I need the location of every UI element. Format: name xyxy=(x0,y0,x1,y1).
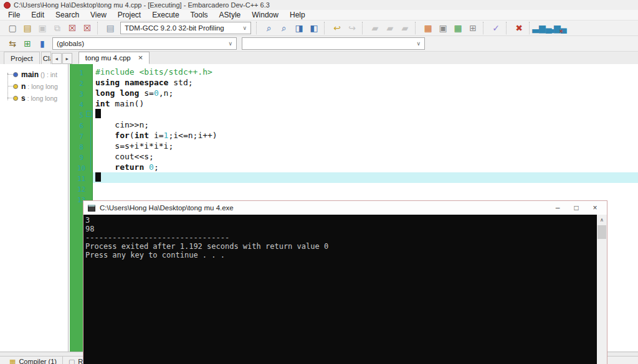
save-button[interactable]: ▣ xyxy=(35,21,50,35)
gutter-cell[interactable]: 11 xyxy=(70,172,93,183)
gutter-cell[interactable]: 12 xyxy=(70,183,93,194)
tab-classes[interactable]: Classes xyxy=(41,52,51,64)
code-line-10[interactable]: 10 return 0; xyxy=(70,162,638,172)
open-file-button[interactable]: ▤ xyxy=(20,21,35,35)
code-line-11[interactable]: 11} xyxy=(70,172,638,183)
console-scrollbar[interactable]: ∧ xyxy=(597,215,607,364)
bottom-tab-compiler-1-[interactable]: ▦Compiler (1) xyxy=(4,357,63,364)
tab-scroll-left-button[interactable]: ◄ xyxy=(52,53,62,64)
delete-profiling-button[interactable]: ▃▆▄✕ xyxy=(550,21,564,35)
fold-collapse-icon[interactable]: - xyxy=(86,111,92,117)
gutter-cell[interactable]: 5- xyxy=(70,109,93,119)
close-all-icon: ☒ xyxy=(83,24,92,32)
close-tab-icon[interactable]: × xyxy=(138,54,143,62)
code-segment: cin>>n; xyxy=(95,120,149,129)
editor-tab-active[interactable]: tong mu 4.cpp × xyxy=(79,52,150,64)
colored-window-button[interactable]: ▦ xyxy=(450,21,465,35)
globals-select[interactable]: (globals)∨ xyxy=(52,37,237,50)
tree-item-s[interactable]: s: long long xyxy=(0,92,68,104)
code-line-1[interactable]: 1#include <bits/stdc++.h> xyxy=(70,67,638,77)
gutter-cell[interactable]: 7 xyxy=(70,130,93,141)
title-bar[interactable]: C:\Users\Hong Ha\Desktop\tong mu 4.cpp -… xyxy=(0,0,638,10)
code-segment: return xyxy=(115,162,144,172)
nav-back-icon: ⇆ xyxy=(9,39,16,48)
toolbar-separator xyxy=(256,22,260,34)
close-file-button[interactable]: ☒ xyxy=(65,21,80,35)
undo-button[interactable]: ↩ xyxy=(330,21,345,35)
panel-window-button[interactable]: ▣ xyxy=(436,21,450,35)
abort-compilation-button[interactable]: ✖ xyxy=(512,21,526,35)
run-button[interactable]: ▰ xyxy=(383,21,398,35)
menu-help[interactable]: Help xyxy=(284,10,311,21)
gutter-cell[interactable]: 6 xyxy=(70,119,93,130)
colored-squares-button[interactable]: ▦ xyxy=(421,21,436,35)
menu-view[interactable]: View xyxy=(85,10,112,21)
compile-button[interactable]: ▰ xyxy=(368,21,383,35)
editor-tab-label: tong mu 4.cpp xyxy=(85,54,131,62)
find-button[interactable]: ⌕ xyxy=(262,21,277,35)
scrollbar-thumb[interactable] xyxy=(598,225,606,239)
code-line-12[interactable]: 12 xyxy=(70,183,638,194)
nav-back-button[interactable]: ⇆ xyxy=(5,37,20,50)
gutter-cell[interactable]: 8 xyxy=(70,141,93,151)
code-line-5[interactable]: 5-{ xyxy=(70,109,638,119)
add-watch-button[interactable]: ⊞ xyxy=(20,37,35,50)
minimize-button[interactable]: – xyxy=(548,202,567,214)
menu-astyle[interactable]: AStyle xyxy=(214,10,247,21)
close-icon: × xyxy=(593,203,597,212)
replace-button[interactable]: ◨ xyxy=(292,21,307,35)
code-line-8[interactable]: 8 s=s+i*i*i*i; xyxy=(70,141,638,151)
maximize-button[interactable]: □ xyxy=(567,202,586,214)
code-text: long long s=0,n; xyxy=(93,88,638,98)
menu-execute[interactable]: Execute xyxy=(146,10,184,21)
menu-project[interactable]: Project xyxy=(112,10,146,21)
find-in-files-button[interactable]: ⌕ xyxy=(277,21,292,35)
goto-line-button[interactable]: ◧ xyxy=(307,21,321,35)
text-cursor: { xyxy=(95,109,101,118)
print-button[interactable]: ▤ xyxy=(103,21,118,35)
code-segment xyxy=(95,162,115,172)
gutter-cell[interactable]: 10 xyxy=(70,162,93,172)
menu-tools[interactable]: Tools xyxy=(185,10,214,21)
gutter-cell[interactable]: 2 xyxy=(70,77,93,88)
close-button[interactable]: × xyxy=(586,202,604,214)
menu-file[interactable]: File xyxy=(2,10,26,21)
members-select[interactable]: ∨ xyxy=(242,37,425,50)
maximize-icon: □ xyxy=(574,203,578,212)
compile-run-button[interactable]: ▰ xyxy=(398,21,412,35)
syntax-check-icon: ✓ xyxy=(492,24,500,32)
code-line-7[interactable]: 7 for(int i=1;i<=n;i++) xyxy=(70,130,638,141)
close-all-button[interactable]: ☒ xyxy=(80,21,95,35)
gutter-cell[interactable]: 4 xyxy=(70,98,93,109)
gutter-cell[interactable]: 9 xyxy=(70,151,93,162)
gutter-cell[interactable]: 1 xyxy=(70,67,93,77)
symbol-name: main xyxy=(21,70,39,79)
code-line-4[interactable]: 4int main() xyxy=(70,98,638,109)
outline-squares-button[interactable]: ⊞ xyxy=(465,21,480,35)
active-code-line: } xyxy=(93,172,638,183)
tree-item-n[interactable]: n: long long xyxy=(0,80,68,92)
open-window-button[interactable]: ▮ xyxy=(35,37,50,50)
tab-project-label: Project xyxy=(11,55,33,62)
code-line-6[interactable]: 6 cin>>n; xyxy=(70,119,638,130)
menu-window[interactable]: Window xyxy=(246,10,284,21)
gutter-cell[interactable]: 3 xyxy=(70,88,93,98)
menu-search[interactable]: Search xyxy=(50,10,85,21)
code-line-3[interactable]: 3long long s=0,n; xyxy=(70,88,638,98)
redo-button[interactable]: ↪ xyxy=(345,21,359,35)
tab-project[interactable]: Project xyxy=(4,52,40,64)
console-title-bar[interactable]: C:\Users\Hong Ha\Desktop\tong mu 4.exe –… xyxy=(83,201,607,215)
toolbar-separator xyxy=(97,22,101,34)
save-all-button[interactable]: ⧉ xyxy=(50,21,65,35)
tab-scroll-right-button[interactable]: ► xyxy=(62,53,72,64)
new-file-button[interactable]: ▢ xyxy=(5,21,20,35)
symbol-type: : long long xyxy=(27,83,57,90)
tree-item-main[interactable]: main() : int xyxy=(0,68,68,80)
syntax-check-button[interactable]: ✓ xyxy=(488,21,503,35)
code-line-2[interactable]: 2using namespace std; xyxy=(70,77,638,88)
scroll-up-button[interactable]: ∧ xyxy=(597,215,607,225)
menu-edit[interactable]: Edit xyxy=(26,10,50,21)
compiler-select[interactable]: TDM-GCC 9.2.0 32-bit Profiling∨ xyxy=(120,22,251,34)
console-output: 398--------------------------------Proce… xyxy=(83,215,597,364)
code-line-9[interactable]: 9 cout<<s; xyxy=(70,151,638,162)
